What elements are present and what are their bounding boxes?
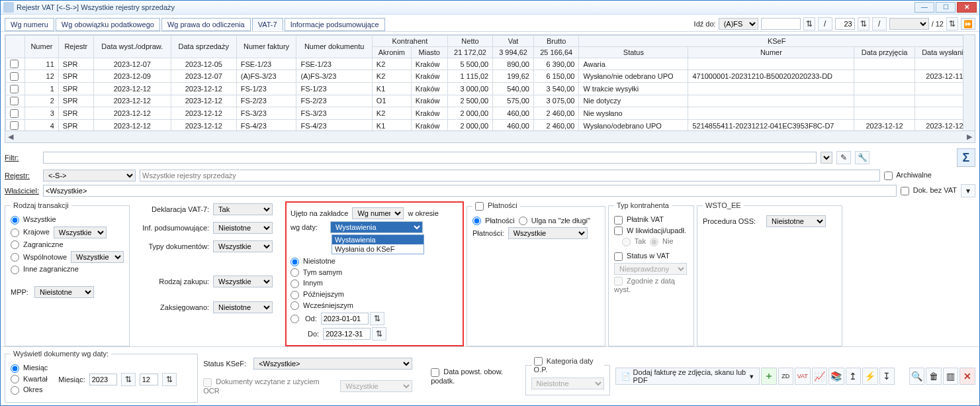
filtr-input[interactable] xyxy=(43,152,817,164)
grid-scrollbar-vertical[interactable] xyxy=(963,35,975,130)
row-checkbox[interactable] xyxy=(10,97,19,105)
likw-nie[interactable]: Nie xyxy=(650,237,674,246)
mpp-select[interactable]: Nieistotne xyxy=(34,286,94,298)
mies-spin-icon[interactable]: ⇅ xyxy=(162,373,177,386)
rodzaj-wspolnotowe[interactable]: Wspólnotowe xyxy=(11,253,67,262)
goto-select2[interactable] xyxy=(889,18,929,30)
rodzaj-wszystkie[interactable]: Wszystkie xyxy=(11,215,56,225)
od-date-input[interactable] xyxy=(321,313,369,325)
delete-icon[interactable]: 🗑 xyxy=(926,368,942,385)
col-rejestr[interactable]: Rejestr xyxy=(58,35,93,58)
wg-daty-option-ksef[interactable]: Wysłania do KSeF xyxy=(332,244,423,254)
import-icon[interactable]: ↧ xyxy=(879,368,895,385)
col-numer-dok[interactable]: Numer dokumentu xyxy=(296,35,372,58)
platnosci-legend-check[interactable]: Płatności xyxy=(475,201,517,209)
ocr-select[interactable]: Wszystkie xyxy=(340,380,412,392)
sum-icon[interactable]: Σ xyxy=(957,148,975,167)
status-vat-select[interactable]: Niesprawdzony xyxy=(614,263,687,275)
window-close-button[interactable]: ✕ xyxy=(957,2,977,13)
ujeto-tab-select[interactable]: Wg numeru xyxy=(352,207,404,219)
col-netto[interactable]: Netto xyxy=(447,35,492,46)
data-obow-check[interactable]: Data powst. obow. podatk. xyxy=(431,368,519,385)
minimize-button[interactable]: — xyxy=(914,2,934,13)
kategoria-op-check[interactable]: Kategoria daty O.P. xyxy=(534,357,594,374)
vat-icon[interactable]: VAT xyxy=(795,368,811,385)
ujeto-nieistotne[interactable]: Nieistotne xyxy=(290,257,335,266)
table-row[interactable]: 4SPR2023-12-12 2023-12-12FS-4/23FS-4/23 … xyxy=(6,119,975,132)
wspolnotowe-select[interactable]: Wszystkie xyxy=(71,251,124,263)
rodzaj-zakupu-select[interactable]: Wszystkie xyxy=(213,276,273,287)
tab-informacje[interactable]: Informacje podsumowujące xyxy=(285,18,385,31)
row-checkbox[interactable] xyxy=(10,121,19,130)
goto-text1[interactable] xyxy=(761,18,801,30)
row-checkbox[interactable] xyxy=(10,85,19,93)
grid-scrollbar-horizontal[interactable] xyxy=(5,130,975,142)
status-vat-check[interactable]: Status w VAT xyxy=(614,252,670,261)
goto-register-select[interactable]: (A)FS xyxy=(719,18,758,30)
col-numer[interactable]: Numer xyxy=(25,35,59,58)
table-row[interactable]: 12SPR2023-12-09 2023-12-07(A)FS-3/23(A)F… xyxy=(6,70,975,83)
wg-daty-option-wystawienia[interactable]: Wystawienia xyxy=(332,235,423,244)
wys-okres[interactable]: Okres xyxy=(11,385,42,395)
col-data-sprz[interactable]: Data sprzedaży xyxy=(171,35,236,58)
col-ksef[interactable]: KSeF xyxy=(579,35,975,46)
likwidacja-check[interactable]: W likwidacji/upadł. xyxy=(614,227,686,236)
goto-page-input[interactable] xyxy=(835,18,855,30)
ujeto-pozniejszym[interactable]: Późniejszym xyxy=(290,290,344,299)
table-row[interactable]: 3SPR2023-12-12 2023-12-12FS-3/23FS-3/23 … xyxy=(6,107,975,120)
tab-vat7[interactable]: VAT-7 xyxy=(252,18,283,31)
ujeto-innym[interactable]: Innym xyxy=(290,279,323,288)
goto-spin1-icon[interactable]: ⇅ xyxy=(803,17,815,30)
filtr-history-select[interactable] xyxy=(821,152,832,164)
row-checkbox[interactable] xyxy=(10,109,19,118)
goto-spin3-icon[interactable]: ⇅ xyxy=(946,17,958,30)
export-icon[interactable]: ↥ xyxy=(846,368,862,385)
col-brutto[interactable]: Brutto xyxy=(533,35,578,46)
maximize-button[interactable]: ☐ xyxy=(936,2,956,13)
add-invoice-from-scan-button[interactable]: 📄 Dodaj fakturę ze zdjęcia, skanu lub PD… xyxy=(615,368,760,385)
archiwalne-check[interactable]: Archiwalne xyxy=(884,171,932,180)
od-spin-icon[interactable]: ⇅ xyxy=(370,312,384,325)
typy-dok-select[interactable]: Wszystkie xyxy=(213,240,273,252)
table-row[interactable]: 1SPR2023-12-12 2023-12-12FS-1/23FS-1/23 … xyxy=(6,83,975,95)
platnosci-select[interactable]: Wszystkie xyxy=(508,227,588,239)
col-ksef-numer[interactable]: Numer xyxy=(688,46,854,58)
table-row[interactable]: 11SPR2023-12-07 2023-12-05FSE-1/23FSE-1/… xyxy=(6,58,975,70)
rok-input[interactable] xyxy=(89,374,117,385)
rejestr-select[interactable]: <-S-> xyxy=(43,170,136,181)
wlasciciel-input[interactable] xyxy=(43,185,897,197)
do-date-input[interactable] xyxy=(323,328,371,340)
col-status[interactable]: Status xyxy=(579,46,688,58)
goto-spin2-icon[interactable]: ⇅ xyxy=(858,17,869,30)
zgodnie-check[interactable]: Zgodnie z datą wyst. xyxy=(614,277,688,294)
preview-icon[interactable]: 🔍 xyxy=(909,368,925,385)
goto-jump-icon[interactable]: ⏩ xyxy=(961,18,975,30)
ujeto-tym-samym[interactable]: Tym samym xyxy=(290,268,342,278)
ocr-check[interactable]: Dokumenty wczytane z użyciem OCR xyxy=(203,378,336,395)
table-row[interactable]: 2SPR2023-12-12 2023-12-12FS-2/23FS-2/23 … xyxy=(6,95,975,107)
rodzaj-zagraniczne[interactable]: Zagraniczne xyxy=(11,240,64,250)
zd-icon[interactable]: ZD xyxy=(778,368,794,385)
tab-wg-numeru[interactable]: Wg numeru xyxy=(5,18,54,31)
col-miasto[interactable]: Miasto xyxy=(411,46,447,58)
add-button[interactable]: ＋ xyxy=(761,368,777,385)
wys-kwartal[interactable]: Kwartał xyxy=(11,375,48,384)
platnosci-radio[interactable]: Płatności xyxy=(472,217,515,226)
status-ksef-select[interactable]: <Wszystkie> xyxy=(253,358,412,370)
row-checkbox[interactable] xyxy=(10,60,19,68)
ulga-radio[interactable]: Ulga na "złe długi" xyxy=(519,217,590,226)
rodzaj-inne[interactable]: Inne zagraniczne xyxy=(11,265,79,274)
zaksiegowano-select[interactable]: Nieistotne xyxy=(213,301,273,313)
mies-input[interactable] xyxy=(140,374,158,385)
ujeto-wczesniejszym[interactable]: Wcześniejszym xyxy=(290,301,353,311)
likw-tak[interactable]: Tak xyxy=(622,237,646,246)
columns-icon[interactable]: ▥ xyxy=(943,368,959,385)
col-akronim[interactable]: Akronim xyxy=(372,46,411,58)
close-button[interactable]: ✕ xyxy=(959,368,975,385)
rodzaj-krajowe[interactable]: Krajowe xyxy=(11,228,50,237)
lightning-icon[interactable]: ⚡ xyxy=(862,368,878,385)
wys-miesiac[interactable]: Miesiąc xyxy=(11,364,48,373)
procedura-oss-select[interactable]: Nieistotne xyxy=(766,215,826,227)
tab-wg-obowiazku[interactable]: Wg obowiązku podatkowego xyxy=(56,18,160,31)
col-kontrahent[interactable]: Kontrahent xyxy=(372,35,447,46)
